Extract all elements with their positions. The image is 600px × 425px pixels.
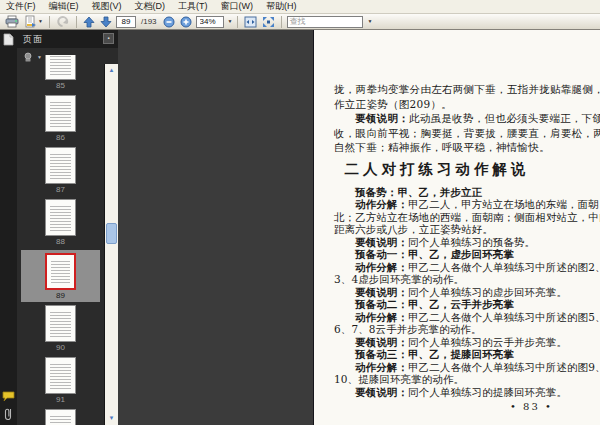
doc-line: 要领说明：同个人单独练习的预备势。 [334, 236, 600, 249]
thumbnail-content-lines [50, 55, 71, 75]
zoom-in-button[interactable] [179, 15, 193, 29]
find-input[interactable] [287, 16, 363, 28]
previous-view-button[interactable] [55, 15, 71, 29]
doc-line: 动作分解：甲乙二人各做个人单独练习中所述的图2、 [334, 261, 600, 274]
thumbnail-content-lines [50, 414, 71, 425]
doc-line: 拢，两拳均变掌分由左右两侧下垂，五指并拢贴靠腿侧，仍 [334, 82, 600, 97]
document-arrow-icon [24, 15, 37, 28]
fit-page-button[interactable] [261, 15, 276, 29]
page-thumbnail[interactable]: 87 [17, 146, 104, 196]
zoom-dropdown-caret-icon[interactable]: ▼ [228, 19, 233, 24]
menu-item[interactable]: 帮助(H) [266, 0, 297, 13]
thumbnail-page-image [45, 95, 76, 132]
thumbnail-scrollbar[interactable]: ▲ ▼ [104, 64, 118, 425]
doc-line: 要领说明：同个人单独练习的云手并步亮掌。 [334, 336, 600, 349]
pages-tab-icon[interactable] [3, 33, 14, 46]
thumbnail-page-image [45, 199, 76, 236]
comments-tab-icon[interactable] [2, 391, 15, 402]
thumbnail-page-image [45, 409, 76, 425]
doc-line: 预备动一：甲、乙，虚步回环亮掌 [334, 248, 600, 261]
thumbnail-list: 85 86 87 88 [17, 55, 104, 425]
page-thumbnail[interactable]: 86 [17, 94, 104, 144]
previous-page-button[interactable] [82, 15, 96, 29]
zoom-out-button[interactable] [162, 15, 176, 29]
doc-line: 收，眼向前平视；胸要挺，背要拔，腰要直，肩要松，两臂 [334, 126, 600, 141]
zoom-out-icon [163, 16, 175, 28]
menu-item[interactable]: 视图(V) [92, 0, 122, 13]
fit-page-icon [262, 16, 275, 28]
toolbar-separator [281, 16, 282, 28]
thumbnail-content-lines [51, 259, 70, 284]
fit-width-icon [244, 16, 257, 28]
page-number-input[interactable] [116, 16, 136, 28]
thumbnail-label: 85 [56, 81, 65, 91]
menu-item[interactable]: 文档(D) [135, 0, 166, 13]
print-button[interactable] [4, 15, 20, 29]
next-page-button[interactable] [99, 15, 113, 29]
find-dropdown-caret-icon[interactable]: ▼ [367, 19, 372, 24]
thumbnail-content-lines [50, 100, 71, 127]
document-canvas: 拢，两拳均变掌分由左右两侧下垂，五指并拢贴靠腿侧，仍 作立正姿势（图209）。 … [118, 30, 600, 425]
doc-line: 预备动三：甲、乙，提膝回环亮掌 [334, 348, 600, 361]
thumbnail-page-image [45, 357, 76, 394]
menu-bar: 文件(F) 编辑(E) 视图(V) 文档(D) 工具(T) 窗口(W) 帮助(H… [0, 0, 600, 14]
doc-line: 动作分解：甲乙二人各做个人单独练习中所述的图9、 [334, 361, 600, 374]
menu-item[interactable]: 编辑(E) [49, 0, 79, 13]
thumbnail-content-lines [50, 362, 71, 389]
doc-line: 北；乙方站立在场地的西端，面朝南；侧面相对站立，中间 [334, 211, 600, 224]
document-page: 拢，两拳均变掌分由左右两侧下垂，五指并拢贴靠腿侧，仍 作立正姿势（图209）。 … [313, 30, 600, 425]
attachments-tab-icon[interactable] [4, 407, 13, 421]
doc-line: 距离六步或八步，立正姿势站好。 [334, 223, 600, 236]
scroll-up-button[interactable]: ▲ [105, 65, 118, 76]
thumbnail-label: 90 [56, 343, 65, 353]
dropdown-caret-icon[interactable]: ▼ [38, 19, 43, 24]
paragraph: 拢，两拳均变掌分由左右两侧下垂，五指并拢贴靠腿侧，仍 作立正姿势（图209）。 … [334, 82, 600, 155]
zoom-level-input[interactable] [196, 16, 224, 28]
previous-view-icon [56, 15, 70, 28]
thumbnail-content-lines [50, 204, 71, 231]
section-heading: 二人对打练习动作解说 [334, 160, 600, 179]
menu-item[interactable]: 工具(T) [178, 0, 208, 13]
doc-line: 预备势：甲、乙，并步立正 [334, 186, 600, 199]
zoom-in-icon [180, 16, 192, 28]
thumbnail-label: 88 [56, 237, 65, 247]
toolbar-separator [76, 16, 77, 28]
doc-line: 动作分解：甲乙二人各做个人单独练习中所述的图5、 [334, 311, 600, 324]
toolbar: ▼ /193 ▼ [0, 14, 600, 30]
scroll-down-button[interactable]: ▼ [105, 413, 118, 424]
thumbnail-page-image [45, 55, 76, 80]
page-thumbnail[interactable]: 85 [17, 55, 104, 92]
doc-line: 10、提膝回环亮掌的动作。 [334, 373, 600, 386]
doc-line: 预备动二：甲、乙，云手并步亮掌 [334, 298, 600, 311]
doc-line: 动作分解：甲乙二人，甲方站立在场地的东端，面朝 [334, 198, 600, 211]
panel-options-button[interactable]: ▪ [103, 33, 114, 44]
up-arrow-icon [83, 16, 95, 28]
document-action-button[interactable]: ▼ [23, 15, 44, 29]
thumbnail-label: 87 [56, 185, 65, 195]
page-count-label: /193 [141, 17, 157, 26]
page-thumbnail[interactable]: 92 [17, 408, 104, 425]
doc-line: 6、7、8云手并步亮掌的动作。 [334, 323, 600, 336]
doc-line: 作立正姿势（图209）。 [334, 97, 600, 112]
doc-line: 要领说明：同个人单独练习的虚步回环亮掌。 [334, 286, 600, 299]
thumbnail-content-lines [50, 152, 71, 179]
menu-item[interactable]: 窗口(W) [221, 0, 254, 13]
page-thumbnail[interactable]: 90 [17, 304, 104, 354]
thumbnail-content-lines [50, 310, 71, 337]
page-thumbnail[interactable]: 91 [17, 356, 104, 406]
thumbnail-label: 86 [56, 133, 65, 143]
page-thumbnail[interactable]: 89 [21, 250, 100, 302]
doc-line: 自然下垂；精神振作，呼吸平稳，神情愉快。 [334, 140, 600, 155]
thumbnail-page-image [45, 253, 76, 290]
paragraph: 预备势：甲、乙，并步立正 动作分解：甲乙二人，甲方站立在场地的东端，面朝 北；乙… [334, 186, 600, 399]
scrollbar-thumb[interactable] [106, 223, 117, 244]
down-arrow-icon [100, 16, 112, 28]
thumbnail-label: 89 [56, 291, 65, 301]
page-thumbnail[interactable]: 88 [17, 198, 104, 248]
pages-panel-title: 页面 [23, 33, 43, 46]
printer-icon [5, 15, 19, 28]
menu-item[interactable]: 文件(F) [6, 0, 36, 13]
fit-width-button[interactable] [243, 15, 258, 29]
navigation-rail [0, 30, 17, 425]
pages-panel: ▼ 85 86 87 [17, 48, 118, 425]
